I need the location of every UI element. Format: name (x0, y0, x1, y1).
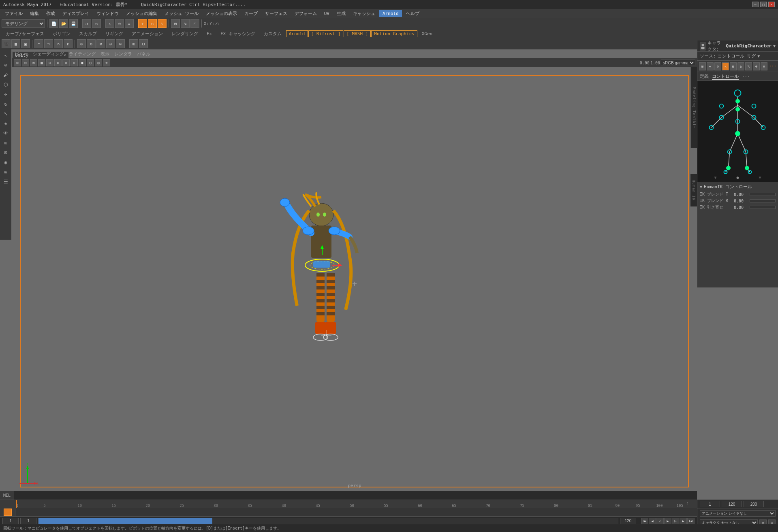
snap-grid[interactable]: ⊞ (171, 19, 180, 28)
right-tool-extra[interactable]: ··· (769, 64, 776, 68)
gamma-selector[interactable]: sRGB gamma (661, 60, 695, 66)
view-btn-8[interactable]: ⊙ (71, 59, 78, 66)
view-btn-2[interactable]: ⊡ (22, 59, 29, 66)
render-full[interactable]: ▣ (21, 39, 30, 48)
maximize-button[interactable]: □ (760, 2, 767, 7)
view-btn-4[interactable]: ▦ (38, 59, 45, 66)
menu-surface[interactable]: サーフェス (262, 10, 291, 17)
open-button[interactable]: 📂 (59, 19, 68, 28)
menu-window[interactable]: ウィンドウ (93, 10, 122, 17)
menu-generate[interactable]: 生成 (333, 10, 349, 17)
right-tool-9[interactable]: ⊕ (761, 62, 767, 70)
misc-btn2[interactable]: ⊘ (87, 39, 96, 48)
next-frame-button[interactable]: ▶ (680, 518, 687, 524)
curve-btn4[interactable]: ∩ (64, 39, 73, 48)
right-tool-5[interactable]: ⊞ (730, 62, 737, 70)
right-tool-8[interactable]: ⊛ (753, 62, 760, 70)
mel-input[interactable] (17, 493, 695, 498)
right-tool-3[interactable]: ⊙ (714, 62, 721, 70)
scale-tool[interactable]: ⤡ (158, 19, 167, 28)
tab-animation[interactable]: アニメーション (128, 30, 167, 38)
mel-label[interactable]: MEL (0, 491, 14, 500)
minimize-button[interactable]: ─ (752, 2, 759, 7)
render-region[interactable]: ▦ (11, 39, 20, 48)
menu-cache[interactable]: キャッシュ (350, 10, 378, 17)
mode-selector[interactable]: モデリング リギング アニメーション (2, 19, 45, 28)
menu-edit[interactable]: 編集 (27, 10, 42, 17)
menu-mesh-display[interactable]: メッシュの表示 (203, 10, 240, 17)
view-btn-12[interactable]: ⊗ (103, 59, 110, 66)
playback-range[interactable] (16, 508, 697, 516)
menu-mesh-tools[interactable]: メッシュ ツール (161, 10, 202, 17)
snap-curve[interactable]: ∿ (181, 19, 190, 28)
max-range[interactable] (744, 501, 764, 507)
tab-extra[interactable]: ··· (742, 74, 750, 79)
undo-button[interactable]: ↺ (82, 19, 91, 28)
tab-custom[interactable]: カスタム (260, 30, 286, 38)
select-tool[interactable]: ↖ (105, 19, 114, 28)
character-dropdown-icon[interactable]: ▼ (773, 44, 776, 48)
humanik-collapse-icon[interactable]: ▼ (700, 185, 702, 189)
view-btn-6[interactable]: ◈ (54, 59, 62, 66)
right-tool-6[interactable]: ↻ (737, 62, 744, 70)
ik-blend-r-slider[interactable] (750, 199, 776, 202)
view-tab-shading[interactable]: シェーディング (33, 51, 64, 57)
lasso-icon[interactable]: ⊙ (1, 61, 10, 70)
tab-bifrost[interactable]: [ Bifrost ] (308, 30, 344, 37)
tab-fx-cache[interactable]: FX キャッシング (216, 30, 259, 38)
skip-to-start-button[interactable]: ⏮ (641, 518, 648, 524)
tab-fx[interactable]: Fx (203, 30, 216, 37)
view-btn-1[interactable]: ⊞ (14, 59, 21, 66)
new-scene-button[interactable]: 📄 (49, 19, 58, 28)
skip-to-end-button[interactable]: ⏭ (687, 518, 695, 524)
menu-mesh-edit[interactable]: メッシュの編集 (123, 10, 160, 17)
extra-btn1[interactable]: ⊞ (129, 39, 138, 48)
grid-snap-icon[interactable]: ⊞ (1, 138, 10, 147)
close-button[interactable]: ✕ (768, 2, 775, 7)
show-hide-icon[interactable]: 👁 (1, 129, 10, 138)
menu-help[interactable]: ヘルプ (403, 10, 423, 17)
animation-layer-selector[interactable]: アニメーション レイヤなし (700, 510, 776, 517)
view-btn-11[interactable]: ◎ (95, 59, 102, 66)
right-tool-2[interactable]: ✛ (707, 62, 714, 70)
curve-btn1[interactable]: ⌒ (34, 39, 43, 48)
paint-tool[interactable]: ✏ (125, 19, 134, 28)
save-button[interactable]: 💾 (69, 19, 78, 28)
ik-pull-slider[interactable] (750, 206, 776, 209)
camera-btn[interactable]: 🎥 (2, 39, 11, 48)
range-end[interactable] (722, 501, 742, 507)
menu-file[interactable]: ファイル (2, 10, 26, 17)
select-icon[interactable]: ↖ (1, 51, 10, 60)
menu-create[interactable]: 作成 (43, 10, 58, 17)
menu-display[interactable]: ディスプレイ (59, 10, 92, 17)
prev-keyframe-button[interactable]: ◁ (656, 518, 664, 524)
menu-arnold[interactable]: Arnold (379, 10, 402, 17)
panel-icon[interactable]: ☰ (1, 177, 10, 186)
modeling-toolkit-tab[interactable]: Modeling Toolkit (690, 67, 697, 148)
timeline-track[interactable] (0, 508, 697, 516)
move-icon[interactable]: ✛ (1, 90, 10, 99)
view-tab-lighting[interactable]: ライティング (69, 51, 96, 57)
humanik-side-tab[interactable]: Human IK (690, 174, 697, 206)
tab-curve-surface[interactable]: カーブ/サーフェス (2, 30, 48, 38)
tab-arnold[interactable]: Arnold (286, 30, 308, 37)
view-tab-show[interactable]: 表示 (100, 51, 109, 57)
tab-polygon[interactable]: ポリゴン (49, 30, 75, 38)
range-start[interactable] (700, 501, 720, 507)
render-icon[interactable]: ◉ (1, 158, 10, 167)
poly-icon[interactable]: ⬡ (1, 80, 10, 89)
misc-btn5[interactable]: ⊛ (116, 39, 125, 48)
right-tool-1[interactable]: ⊡ (699, 62, 706, 70)
tab-rigging[interactable]: リギング (101, 30, 127, 38)
right-tool-4[interactable]: ↖ (722, 62, 729, 70)
next-keyframe-button[interactable]: ▷ (672, 518, 679, 524)
play-button[interactable]: ▶ (664, 518, 671, 524)
extra-btn2[interactable]: ⊟ (139, 39, 148, 48)
tab-xgen[interactable]: XGen (418, 30, 437, 37)
misc-btn1[interactable]: ⊕ (77, 39, 86, 48)
scale-icon[interactable]: ⤡ (1, 109, 10, 118)
curve-btn3[interactable]: ⌒ (54, 39, 63, 48)
tab-motion-graphics[interactable]: Motion Graphics (371, 30, 417, 37)
misc-btn4[interactable]: ⊙ (106, 39, 115, 48)
move-tool[interactable]: ✛ (138, 19, 147, 28)
